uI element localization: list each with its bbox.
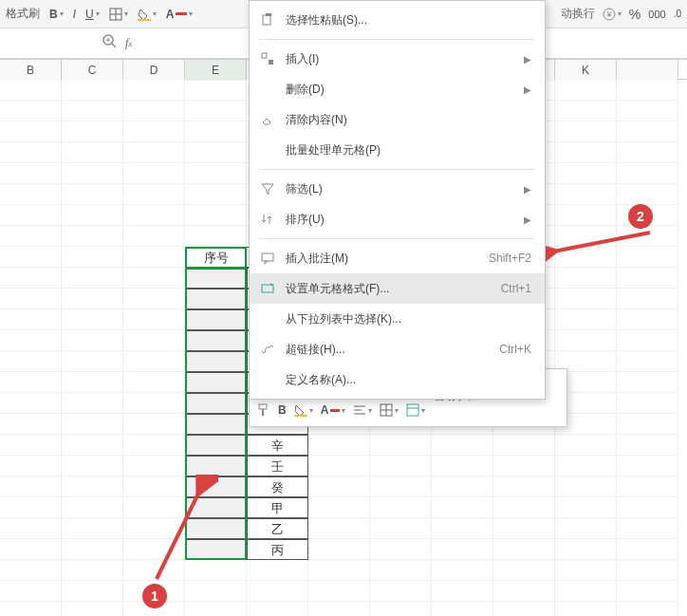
- font-color-button[interactable]: A ▾: [166, 8, 194, 21]
- menu-define-name[interactable]: 定义名称(A)...: [250, 364, 545, 395]
- wrap-text-label: 动换行: [561, 6, 595, 22]
- fill-color-mini[interactable]: ▾: [294, 403, 313, 417]
- chevron-right-icon: ▶: [524, 84, 531, 95]
- row-col-mini[interactable]: ▾: [406, 403, 425, 417]
- menu-format-cells[interactable]: 设置单元格格式(F)... Ctrl+1: [250, 273, 545, 304]
- insert-icon: [259, 52, 276, 65]
- svg-rect-20: [262, 409, 264, 416]
- svg-rect-22: [330, 409, 340, 412]
- svg-rect-29: [407, 404, 418, 416]
- chevron-right-icon: ▶: [524, 215, 531, 225]
- link-icon: [259, 343, 276, 356]
- align-mini[interactable]: ▾: [353, 403, 372, 417]
- col-header[interactable]: E: [185, 60, 247, 81]
- data-cell[interactable]: 辛: [247, 435, 308, 456]
- comment-icon: [259, 252, 276, 265]
- format-painter-label: 格式刷: [6, 6, 40, 22]
- menu-insert[interactable]: 插入(I) ▶: [250, 44, 545, 74]
- format-cells-icon: [259, 282, 276, 295]
- annotation-badge-1: 1: [142, 584, 167, 608]
- svg-text:¥: ¥: [605, 9, 612, 19]
- svg-rect-3: [138, 19, 151, 21]
- chevron-right-icon: ▶: [524, 54, 531, 65]
- paste-icon: [259, 13, 276, 27]
- svg-rect-15: [262, 253, 273, 261]
- context-menu: 选择性粘贴(S)... 插入(I) ▶ 删除(D) ▶ 清除内容(N) 批量处理…: [249, 0, 546, 400]
- menu-clear[interactable]: 清除内容(N): [250, 104, 545, 135]
- svg-rect-12: [266, 13, 271, 16]
- format-painter-mini[interactable]: [257, 403, 270, 417]
- italic-button[interactable]: I: [73, 8, 76, 21]
- menu-batch[interactable]: 批量处理单元格(P): [250, 135, 545, 165]
- col-header[interactable]: [617, 60, 678, 81]
- sort-icon: [259, 213, 276, 226]
- underline-button[interactable]: U▾: [85, 8, 100, 21]
- percent-button[interactable]: %: [629, 7, 641, 22]
- menu-filter[interactable]: 筛选(L) ▶: [250, 174, 545, 204]
- svg-rect-11: [263, 15, 270, 25]
- clear-icon: [259, 113, 276, 126]
- increase-decimal-button[interactable]: .0: [674, 9, 681, 19]
- svg-rect-16: [262, 285, 273, 292]
- bold-mini[interactable]: B: [278, 403, 287, 417]
- fill-color-button[interactable]: ▾: [138, 8, 157, 21]
- borders-button[interactable]: ▾: [109, 8, 128, 21]
- col-header[interactable]: D: [123, 60, 185, 81]
- menu-paste-special[interactable]: 选择性粘贴(S)...: [250, 5, 545, 35]
- svg-rect-14: [269, 60, 273, 65]
- fx-icon[interactable]: fx: [125, 36, 132, 50]
- chevron-right-icon: ▶: [524, 184, 531, 195]
- menu-delete[interactable]: 删除(D) ▶: [250, 74, 545, 104]
- col-header[interactable]: K: [555, 60, 617, 81]
- menu-sort[interactable]: 排序(U) ▶: [250, 204, 545, 234]
- svg-rect-19: [259, 404, 267, 409]
- svg-rect-21: [294, 415, 307, 417]
- borders-mini[interactable]: ▾: [380, 403, 399, 417]
- svg-rect-13: [262, 53, 267, 58]
- data-cell[interactable]: 癸: [247, 476, 308, 497]
- zoom-icon[interactable]: [102, 34, 118, 52]
- data-cell[interactable]: 甲: [247, 497, 308, 518]
- currency-button[interactable]: ¥ ▾: [603, 8, 622, 21]
- menu-pick-from-list[interactable]: 从下拉列表中选择(K)...: [250, 304, 545, 334]
- comma-style-button[interactable]: 000: [648, 9, 665, 20]
- filter-icon: [259, 182, 276, 196]
- data-cell[interactable]: 乙: [247, 518, 308, 539]
- table-header-cell[interactable]: 序号: [185, 247, 247, 268]
- data-cell[interactable]: 丙: [247, 539, 308, 560]
- menu-insert-comment[interactable]: 插入批注(M) Shift+F2: [250, 243, 545, 273]
- bold-button[interactable]: B▾: [49, 8, 64, 21]
- col-header[interactable]: B: [0, 60, 62, 81]
- col-header[interactable]: C: [62, 60, 123, 81]
- svg-line-8: [112, 44, 116, 47]
- data-cell[interactable]: 壬: [247, 456, 308, 476]
- menu-hyperlink[interactable]: 超链接(H)... Ctrl+K: [250, 334, 545, 364]
- svg-rect-4: [176, 12, 187, 15]
- annotation-badge-2: 2: [628, 204, 653, 229]
- font-color-mini[interactable]: A▾: [321, 403, 346, 417]
